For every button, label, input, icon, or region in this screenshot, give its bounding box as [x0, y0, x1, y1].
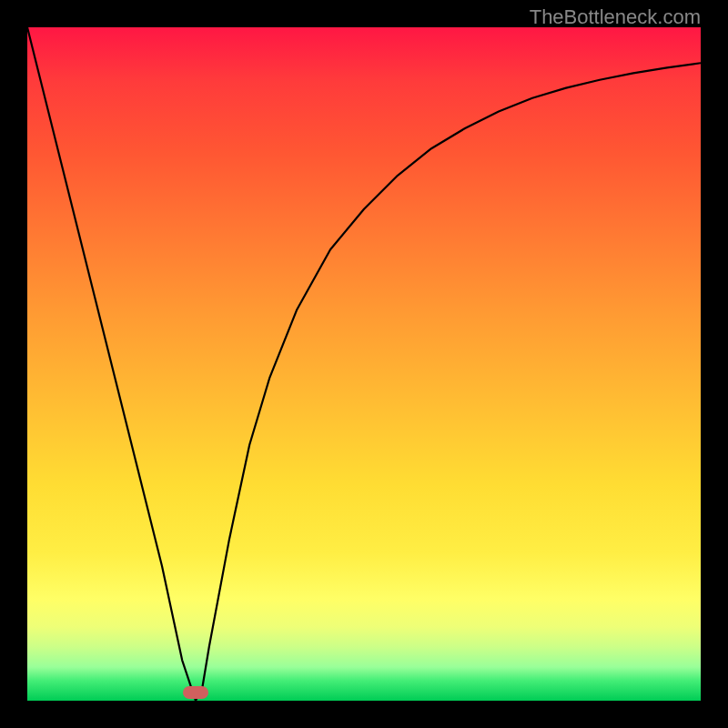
optimal-marker: [183, 686, 208, 699]
chart-curve-svg: [27, 27, 701, 701]
chart-plot-area: [27, 27, 701, 701]
bottleneck-curve: [27, 27, 701, 701]
attribution-text: TheBottleneck.com: [530, 5, 701, 29]
